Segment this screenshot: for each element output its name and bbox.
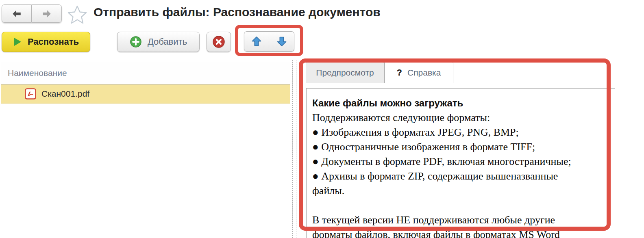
forward-arrow-icon	[41, 9, 52, 19]
plus-circle-icon	[130, 36, 142, 48]
help-bullet-line: ● Документы в формате PDF, включая много…	[312, 154, 615, 169]
move-up-button[interactable]	[244, 31, 269, 52]
delete-button[interactable]	[207, 32, 231, 52]
help-text-line: форматы файлов, включая файлы в форматах…	[312, 227, 615, 238]
tab-preview-label: Предпросмотр	[316, 68, 374, 78]
up-arrow-icon	[251, 36, 262, 47]
tab-preview[interactable]: Предпросмотр	[306, 62, 384, 83]
down-arrow-icon	[276, 36, 287, 47]
tab-help[interactable]: ? Справка	[384, 62, 453, 83]
move-down-button[interactable]	[269, 31, 294, 52]
question-mark-icon: ?	[397, 67, 402, 78]
pdf-file-icon	[25, 88, 36, 100]
back-arrow-icon	[11, 9, 22, 19]
help-bullet-line: ● Одностраничные изображения в формате T…	[312, 140, 615, 154]
tab-help-label: Справка	[407, 68, 441, 78]
recognize-button-label: Распознать	[28, 37, 79, 47]
add-button[interactable]: Добавить	[117, 32, 200, 52]
back-button[interactable]	[2, 4, 32, 23]
add-button-label: Добавить	[148, 37, 187, 47]
help-text-line: файлы.	[312, 184, 615, 198]
column-header-name[interactable]: Наименование	[1, 62, 290, 84]
play-icon	[13, 37, 22, 47]
x-circle-icon	[212, 35, 225, 48]
help-text-line: В текущей версии НЕ поддерживаются любые…	[312, 213, 615, 227]
tabbar-baseline	[306, 83, 615, 83]
nav-button-group	[2, 4, 62, 23]
file-name-label: Скан001.pdf	[41, 89, 89, 99]
help-heading: Какие файлы можно загружать	[312, 96, 615, 110]
panel-splitter[interactable]	[292, 60, 296, 238]
help-bullet-line: ● Изображения в форматах JPEG, PNG, BMP;	[312, 125, 615, 140]
forward-button[interactable]	[32, 4, 62, 23]
move-button-group	[244, 31, 294, 52]
recognize-button[interactable]: Распознать	[2, 32, 90, 52]
help-text-line: Поддерживаются следующие форматы:	[312, 110, 615, 125]
favorite-star-icon[interactable]	[67, 5, 87, 24]
page-title: Отправить файлы: Распознавание документо…	[94, 5, 381, 19]
help-blank-line	[312, 198, 615, 213]
file-list-panel: Наименование Скан001.pdf	[1, 62, 290, 238]
help-content-box: Какие файлы можно загружать Поддерживают…	[306, 88, 615, 238]
file-row-selected[interactable]: Скан001.pdf	[1, 84, 290, 104]
help-bullet-line: ● Архивы в формате ZIP, содержащие вышен…	[312, 169, 615, 184]
